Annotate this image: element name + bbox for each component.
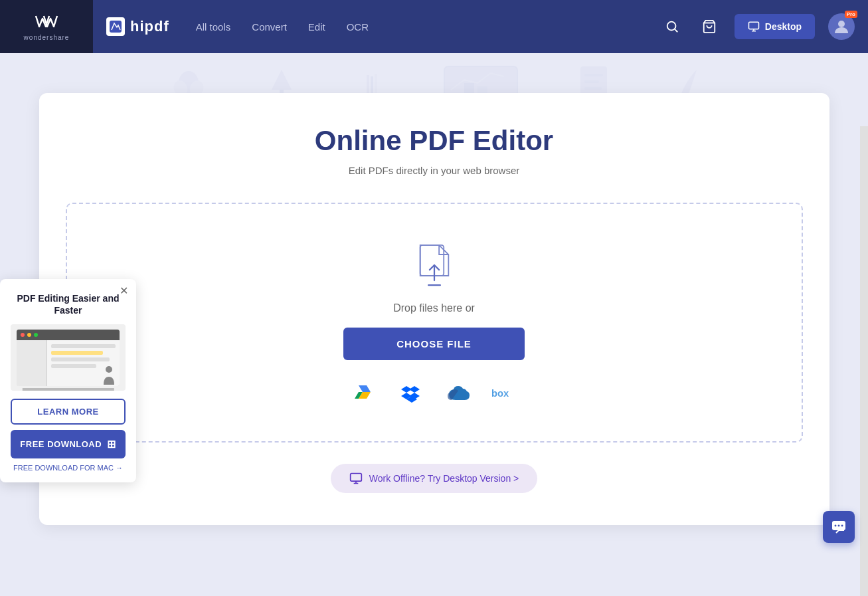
- free-download-mac-link[interactable]: FREE DOWNLOAD FOR MAC →: [11, 464, 126, 472]
- ws-logo: wondershare: [24, 13, 70, 41]
- page-title: Online PDF Editor: [66, 125, 803, 157]
- hipdf-name: hipdf: [130, 18, 169, 35]
- desktop-btn-label: Desktop: [765, 21, 802, 32]
- svg-point-35: [838, 525, 840, 527]
- svg-rect-26: [420, 245, 444, 276]
- choose-file-button[interactable]: CHOOSE FILE: [343, 328, 525, 360]
- learn-more-button[interactable]: LEARN MORE: [11, 399, 126, 425]
- search-button[interactable]: [660, 15, 684, 39]
- desktop-banner[interactable]: Work Offline? Try Desktop Version >: [331, 464, 538, 493]
- main-card: Online PDF Editor Edit PDFs directly in …: [39, 93, 829, 525]
- popup-close-button[interactable]: ✕: [120, 286, 128, 296]
- desktop-button[interactable]: Desktop: [735, 14, 815, 39]
- onedrive-button[interactable]: [444, 379, 473, 408]
- avatar-wrap: Pro: [828, 13, 855, 40]
- navbar: wondershare hipdf All tools Convert Edit…: [0, 0, 868, 53]
- chat-button[interactable]: [823, 511, 855, 543]
- hipdf-brand-link[interactable]: hipdf: [106, 17, 169, 36]
- nav-convert[interactable]: Convert: [252, 21, 287, 33]
- svg-point-1: [667, 22, 675, 31]
- free-download-label: FREE DOWNLOAD: [20, 439, 102, 449]
- page-subtitle: Edit PDFs directly in your web browser: [66, 165, 803, 176]
- svg-rect-3: [748, 22, 758, 29]
- svg-point-32: [106, 366, 112, 373]
- svg-rect-31: [350, 474, 361, 482]
- popup: ✕ PDF Editing Easier and Faster: [0, 279, 136, 482]
- cloud-icons: box: [348, 379, 521, 408]
- box-button[interactable]: box: [491, 379, 521, 408]
- nav-actions: Desktop Pro: [660, 13, 855, 40]
- svg-point-36: [841, 525, 843, 527]
- svg-point-4: [838, 21, 845, 27]
- drop-zone[interactable]: Drop files here or CHOOSE FILE: [66, 203, 803, 443]
- nav-ocr[interactable]: OCR: [347, 21, 369, 33]
- cart-button[interactable]: [697, 15, 721, 39]
- wondershare-brand[interactable]: wondershare: [0, 0, 93, 53]
- svg-point-34: [835, 525, 837, 527]
- dropbox-button[interactable]: [396, 379, 425, 408]
- nav-edit[interactable]: Edit: [308, 21, 325, 33]
- svg-text:box: box: [491, 388, 509, 399]
- windows-icon: ⊞: [107, 438, 116, 450]
- free-download-button[interactable]: FREE DOWNLOAD ⊞: [11, 430, 126, 458]
- gdrive-button[interactable]: [348, 379, 377, 408]
- popup-image: [11, 324, 126, 391]
- popup-title: PDF Editing Easier and Faster: [11, 292, 126, 316]
- ws-logo-text: wondershare: [24, 34, 70, 41]
- pro-badge: Pro: [845, 11, 857, 18]
- nav-all-tools[interactable]: All tools: [196, 21, 231, 33]
- hipdf-icon: [106, 17, 125, 36]
- ws-logo-icon: [35, 13, 58, 31]
- drop-text: Drop files here or: [393, 302, 475, 314]
- svg-rect-0: [110, 21, 122, 33]
- upload-icon: [413, 244, 456, 289]
- desktop-banner-text: Work Offline? Try Desktop Version >: [369, 473, 519, 484]
- nav-links: All tools Convert Edit OCR: [196, 21, 660, 33]
